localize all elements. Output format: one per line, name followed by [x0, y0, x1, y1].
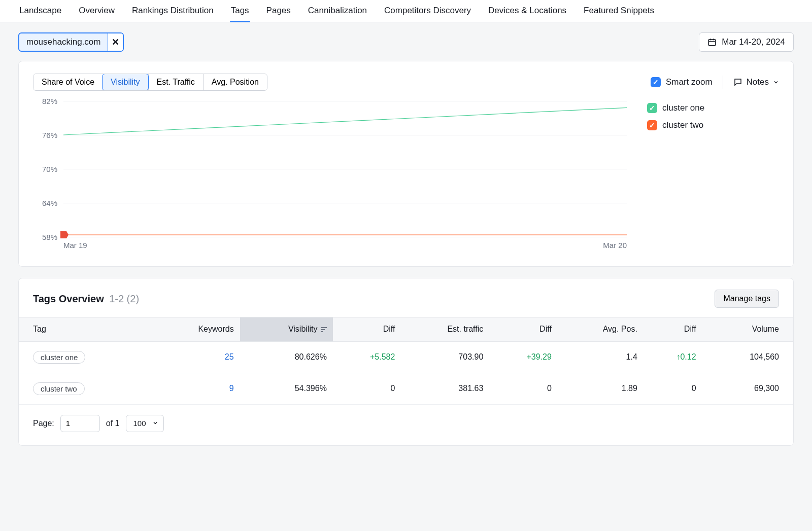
tab-devices-locations[interactable]: Devices & Locations	[487, 1, 567, 22]
metric-segmented-control: Share of VoiceVisibilityEst. TrafficAvg.…	[33, 74, 267, 91]
col-diff-pos[interactable]: Diff	[644, 317, 702, 342]
tags-table: Tag Keywords Visibility Diff Est. traffi…	[19, 317, 793, 405]
manage-tags-button[interactable]: Manage tags	[715, 290, 779, 308]
tags-overview-card: Tags Overview 1-2 (2) Manage tags Tag Ke…	[18, 278, 794, 446]
svg-rect-1	[321, 327, 327, 328]
cell-volume: 104,560	[702, 341, 793, 373]
checkbox-checked-icon: ✓	[647, 120, 657, 130]
domain-chip[interactable]: mousehacking.com ✕	[18, 32, 124, 52]
sort-desc-icon	[321, 325, 327, 334]
smart-zoom-label: Smart zoom	[666, 77, 713, 87]
tag-chip[interactable]: cluster two	[33, 382, 85, 395]
chart-area: 82%76%70%64%58% Mar 19Mar 20	[33, 101, 627, 253]
series-line	[63, 108, 627, 135]
col-tag[interactable]: Tag	[19, 317, 152, 342]
notes-dropdown[interactable]: Notes	[733, 77, 779, 87]
svg-rect-2	[321, 329, 325, 330]
col-keywords[interactable]: Keywords	[152, 317, 240, 342]
col-visibility[interactable]: Visibility	[240, 317, 333, 342]
table-pager: Page: of 1 100	[19, 405, 793, 445]
cell-visibility: 54.396%	[240, 373, 333, 404]
note-icon	[733, 78, 742, 87]
notes-label: Notes	[747, 77, 769, 87]
checkbox-checked-icon: ✓	[647, 103, 657, 113]
metric-share-of-voice[interactable]: Share of Voice	[33, 74, 103, 90]
y-tick: 82%	[42, 97, 57, 105]
tags-overview-title: Tags Overview	[33, 293, 104, 304]
cell-avg-pos: 1.89	[558, 373, 644, 404]
y-tick: 58%	[42, 233, 57, 241]
cell-volume: 69,300	[702, 373, 793, 404]
y-tick: 76%	[42, 131, 57, 139]
col-diff-visibility[interactable]: Diff	[333, 317, 401, 342]
legend-label: cluster one	[662, 103, 704, 113]
filter-bar: mousehacking.com ✕ Mar 14-20, 2024	[0, 22, 812, 61]
visibility-chart-card: Share of VoiceVisibilityEst. TrafficAvg.…	[18, 61, 794, 267]
cell-diff: +5.582	[333, 341, 401, 373]
cell-est-traffic: 381.63	[401, 373, 489, 404]
cell-diff: 0	[333, 373, 401, 404]
col-avg-pos[interactable]: Avg. Pos.	[558, 317, 644, 342]
tags-overview-range: 1-2 (2)	[109, 293, 139, 304]
page-size-select[interactable]: 100	[126, 415, 164, 432]
tab-featured-snippets[interactable]: Featured Snippets	[583, 1, 655, 22]
tab-rankings-distribution[interactable]: Rankings Distribution	[131, 1, 215, 22]
legend-item[interactable]: ✓cluster one	[647, 103, 779, 113]
col-volume[interactable]: Volume	[702, 317, 793, 342]
col-est-traffic[interactable]: Est. traffic	[401, 317, 489, 342]
cell-diff: ↑0.12	[644, 341, 702, 373]
page-label: Page:	[33, 419, 54, 428]
legend-label: cluster two	[662, 120, 703, 130]
tab-pages[interactable]: Pages	[265, 1, 292, 22]
metric-avg-position[interactable]: Avg. Position	[203, 74, 267, 90]
cell-avg-pos: 1.4	[558, 341, 644, 373]
date-range-value: Mar 14-20, 2024	[722, 37, 785, 47]
chevron-down-icon	[152, 419, 158, 428]
keywords-link[interactable]: 9	[229, 384, 234, 393]
y-tick: 70%	[42, 165, 57, 173]
cell-diff: 0	[489, 373, 558, 404]
date-range-picker[interactable]: Mar 14-20, 2024	[699, 32, 794, 52]
col-diff-traffic[interactable]: Diff	[489, 317, 558, 342]
grid-line	[63, 237, 627, 237]
separator	[723, 76, 723, 89]
tab-overview[interactable]: Overview	[78, 1, 116, 22]
tab-landscape[interactable]: Landscape	[18, 1, 62, 22]
calendar-icon	[707, 38, 717, 47]
page-input[interactable]	[60, 415, 100, 432]
tab-cannibalization[interactable]: Cannibalization	[307, 1, 368, 22]
cell-est-traffic: 703.90	[401, 341, 489, 373]
cell-diff: +39.29	[489, 341, 558, 373]
checkbox-checked-icon: ✓	[651, 77, 661, 87]
legend-item[interactable]: ✓cluster two	[647, 120, 779, 130]
x-tick: Mar 19	[63, 241, 87, 250]
tab-tags[interactable]: Tags	[230, 1, 250, 22]
table-row: cluster one2580.626%+5.582703.90+39.291.…	[19, 341, 793, 373]
chart-toolbar: Share of VoiceVisibilityEst. TrafficAvg.…	[19, 61, 793, 97]
note-flag-icon[interactable]	[60, 231, 66, 238]
tag-chip[interactable]: cluster one	[33, 351, 85, 364]
page-total: of 1	[106, 419, 120, 428]
domain-chip-remove[interactable]: ✕	[108, 33, 123, 51]
svg-rect-0	[709, 40, 716, 46]
x-tick: Mar 20	[603, 241, 627, 250]
chevron-down-icon	[773, 79, 779, 85]
metric-visibility[interactable]: Visibility	[102, 74, 149, 91]
table-row: cluster two954.396%0381.6301.89069,300	[19, 373, 793, 404]
smart-zoom-toggle[interactable]: ✓ Smart zoom	[651, 77, 713, 87]
y-tick: 64%	[42, 199, 57, 207]
keywords-link[interactable]: 25	[225, 352, 234, 361]
tab-competitors-discovery[interactable]: Competitors Discovery	[383, 1, 472, 22]
domain-chip-value: mousehacking.com	[19, 34, 108, 50]
svg-rect-3	[321, 331, 323, 332]
cell-visibility: 80.626%	[240, 341, 333, 373]
chart-legend: ✓cluster one✓cluster two	[647, 101, 779, 253]
metric-est-traffic[interactable]: Est. Traffic	[148, 74, 203, 90]
cell-diff: 0	[644, 373, 702, 404]
top-nav: LandscapeOverviewRankings DistributionTa…	[0, 0, 812, 22]
